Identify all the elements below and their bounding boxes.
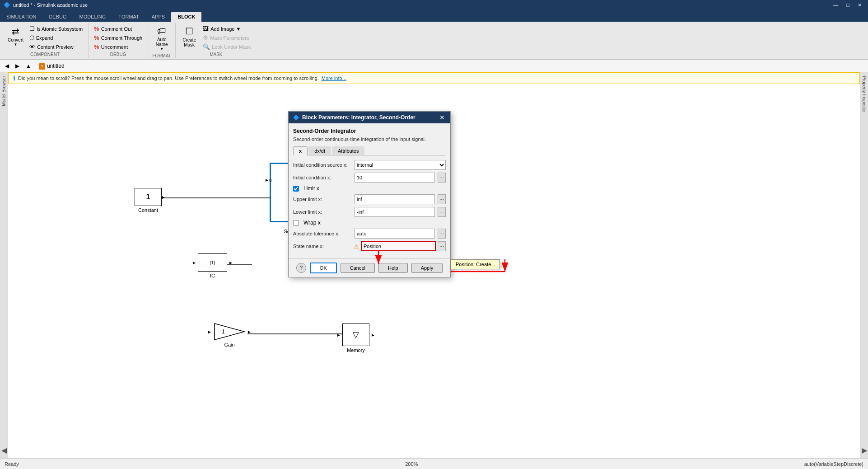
convert-label: Convert — [8, 38, 23, 42]
cancel-button[interactable]: Cancel — [341, 263, 375, 273]
mask-group-label: MASK — [210, 51, 222, 57]
block-gain[interactable]: 1 ► ► Gain — [214, 323, 245, 347]
dialog-simulink-icon: 🔷 — [293, 115, 299, 121]
sidebar-collapse-left[interactable]: ◀ — [1, 446, 7, 455]
ok-button[interactable]: OK — [310, 263, 337, 273]
tab-apps[interactable]: APPS — [145, 12, 171, 22]
upper-limit-input[interactable] — [355, 194, 435, 204]
dialog-tabs: x dx/dt Attributes — [293, 146, 446, 155]
status-ready: Ready — [5, 461, 19, 467]
abs-tolerance-input[interactable] — [355, 229, 435, 239]
title-bar-left: 🔷 untitled * - Simulink academic use — [4, 2, 88, 8]
apply-button[interactable]: Apply — [411, 263, 443, 273]
uncomment-icon: % — [94, 43, 99, 50]
look-under-icon: 🔍 — [203, 43, 210, 50]
look-under-label: Look Under Mask — [212, 44, 251, 50]
status-zoom: 200% — [405, 461, 418, 467]
lower-limit-input[interactable] — [355, 207, 435, 217]
expand-button[interactable]: ⬡ Expand — [28, 33, 84, 42]
property-inspector-tab[interactable]: Property Inspector — [861, 74, 868, 115]
initial-cond-dots-button[interactable]: ⋯ — [438, 173, 446, 183]
canvas[interactable]: 1 ► Constant ►u x► dx► 1/s² Integrator,S… — [8, 84, 860, 458]
dialog-body: Second-Order Integrator Second-order con… — [289, 123, 450, 258]
minimize-button[interactable]: — — [831, 1, 841, 9]
state-name-input[interactable] — [361, 241, 436, 251]
memory-in-port: ► — [336, 333, 341, 338]
right-sidebar: Property Inspector ▶ — [860, 72, 868, 458]
add-image-button[interactable]: 🖼 Add Image ▼ — [201, 24, 252, 33]
initial-source-select[interactable]: internal external — [355, 160, 446, 170]
initial-cond-input[interactable] — [355, 173, 435, 183]
create-mask-icon: ☐ — [185, 26, 193, 37]
sidebar-collapse-right[interactable]: ▶ — [862, 446, 867, 455]
mask-params-icon: ⚙ — [203, 34, 208, 41]
svg-marker-5 — [215, 324, 244, 340]
tab-modeling[interactable]: MODELING — [73, 12, 112, 22]
auto-name-button[interactable]: 🏷 AutoName ▼ — [152, 24, 172, 52]
dialog-help-button[interactable]: Help — [378, 263, 408, 273]
add-image-label: Add Image ▼ — [210, 26, 241, 32]
convert-button[interactable]: ⇄ Convert ▼ — [5, 24, 26, 48]
memory-out-port: ► — [371, 333, 375, 338]
close-button[interactable]: ✕ — [855, 1, 864, 9]
info-link[interactable]: More info... — [322, 75, 346, 81]
dialog-tab-dxdt[interactable]: dx/dt — [308, 146, 331, 155]
content-preview-button[interactable]: 👁 Content Preview — [28, 42, 84, 51]
memory-label: Memory — [347, 347, 365, 353]
mask-parameters-button[interactable]: ⚙ Mask Parameters — [201, 33, 252, 42]
upper-limit-dots-button[interactable]: ⋯ — [438, 194, 446, 204]
initial-cond-label: Initial condition x: — [293, 175, 352, 180]
info-icon: ℹ — [13, 75, 15, 82]
wrap-x-checkbox[interactable] — [293, 220, 299, 226]
add-image-icon: 🖼 — [203, 25, 209, 32]
tab-block[interactable]: BLOCK — [171, 12, 201, 22]
comment-out-button[interactable]: % Comment Out — [92, 24, 144, 33]
back-button[interactable]: ◀ — [3, 61, 11, 70]
lower-limit-dots-button[interactable]: ⋯ — [438, 207, 446, 217]
abs-tolerance-dots-button[interactable]: ⋯ — [438, 229, 446, 239]
maximize-button[interactable]: □ — [844, 1, 852, 9]
tab-simulation[interactable]: SIMULATION — [0, 12, 42, 22]
form-row-abs-tolerance: Absolute tolerance x: ⋯ — [293, 229, 446, 239]
atomic-label: Is Atomic Subsystem — [37, 26, 83, 32]
main-area: Model Browser ◀ ℹ Did you mean to scroll… — [0, 72, 868, 458]
create-mask-button[interactable]: ☐ CreateMask — [179, 24, 199, 49]
forward-button[interactable]: ▶ — [13, 61, 22, 70]
memory-icon: ▽ — [353, 330, 359, 340]
dialog-close-button[interactable]: ✕ — [439, 114, 446, 121]
block-ic[interactable]: ► ► [1] IC — [198, 253, 227, 278]
help-icon-button[interactable]: ? — [296, 263, 306, 273]
sidebar-tab-model-browser[interactable]: Model Browser — [0, 74, 7, 108]
tab-format[interactable]: FORMAT — [112, 12, 145, 22]
uncomment-button[interactable]: % Uncomment — [92, 42, 144, 51]
block-memory[interactable]: ► ► ▽ Memory — [342, 324, 369, 353]
ribbon-tabs: SIMULATION DEBUG MODELING FORMAT APPS BL… — [0, 10, 868, 22]
ribbon: ⇄ Convert ▼ ☐ Is Atomic Subsystem ⬡ Expa… — [0, 22, 868, 60]
state-name-warning-icon: ⚠ — [354, 243, 359, 250]
dialog-tab-attributes[interactable]: Attributes — [332, 146, 364, 155]
tab-debug[interactable]: DEBUG — [42, 12, 73, 22]
block-constant[interactable]: 1 ► Constant — [135, 188, 162, 213]
breadcrumb-label[interactable]: untitled — [47, 63, 65, 69]
status-solver: auto(VariableStepDiscrete) — [804, 461, 863, 467]
ribbon-items-component: ⇄ Convert ▼ ☐ Is Atomic Subsystem ⬡ Expa… — [5, 24, 84, 51]
gain-out-port: ► — [247, 329, 252, 334]
is-atomic-subsystem-button[interactable]: ☐ Is Atomic Subsystem — [28, 24, 84, 33]
state-name-dots-button[interactable]: ⋯ — [438, 241, 446, 251]
limit-x-checkbox[interactable] — [293, 186, 299, 192]
status-bar: Ready 200% auto(VariableStepDiscrete) — [0, 458, 868, 469]
lower-limit-label: Lower limit x: — [293, 209, 352, 215]
dialog-tab-x[interactable]: x — [293, 146, 308, 155]
expand-label: Expand — [36, 35, 53, 41]
up-button[interactable]: ▲ — [23, 61, 33, 70]
gain-in-port: ► — [207, 329, 212, 334]
dialog-description: Second-order continuous-time integration… — [293, 136, 446, 143]
gain-label: Gain — [224, 342, 234, 347]
comment-through-button[interactable]: % Comment Through — [92, 33, 144, 42]
look-under-mask-button[interactable]: 🔍 Look Under Mask — [201, 42, 252, 51]
auto-name-label: AutoName — [156, 37, 168, 47]
uncomment-label: Uncomment — [101, 44, 128, 50]
convert-icon: ⇄ — [12, 26, 19, 37]
constant-out-port: ► — [161, 195, 166, 200]
window-title: untitled * - Simulink academic use — [13, 2, 88, 8]
